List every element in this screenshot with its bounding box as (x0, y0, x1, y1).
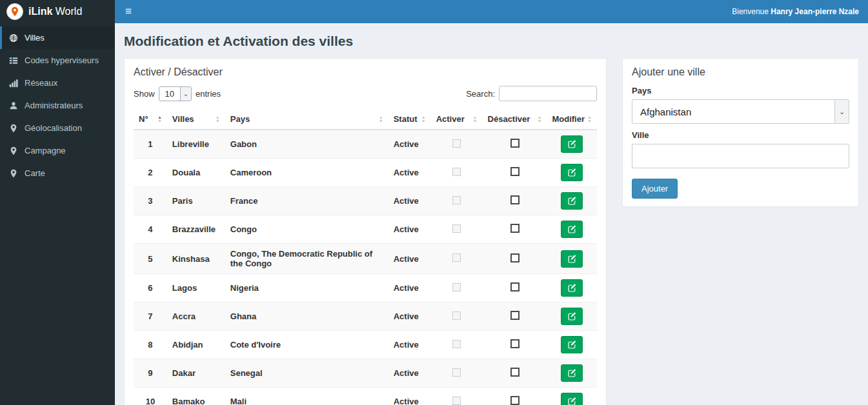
search-control: Search: (466, 86, 597, 101)
sidebar-item-administrateurs[interactable]: Administrateurs (0, 94, 115, 117)
pays-select[interactable]: Afghanistan ⌄ (632, 99, 849, 124)
cell-ville: Abidjan (167, 331, 225, 359)
sidebar-item-geolocalisation[interactable]: Géolocalisation (0, 117, 115, 139)
globe-icon (9, 34, 18, 43)
row-number: 4 (134, 215, 167, 244)
sidebar-item-label: Géolocalisation (25, 123, 82, 133)
edit-icon (568, 197, 576, 205)
page-title: Modification et Activation des villes (124, 34, 859, 49)
row-number: 5 (134, 244, 167, 274)
modifier-button[interactable] (561, 192, 583, 210)
brand: iLink World (0, 0, 115, 23)
table-row: 5 Kinshasa Congo, The Democratic Republi… (134, 244, 597, 274)
add-ville-panel: Ajouter une ville Pays Afghanistan ⌄ Vil… (622, 58, 859, 207)
main-content: Modification et Activation des villes Ac… (115, 23, 868, 405)
cell-statut: Active (389, 159, 431, 187)
cell-pays: Cote d'Ivoire (225, 331, 389, 359)
ville-input[interactable] (632, 144, 849, 168)
villes-table: N°▲▼ Villes▲▼ Pays▲▼ Statut▲▼ Activer▲▼ … (134, 109, 597, 405)
top-header: iLink World ≡ Bienvenue Hanry Jean-pierr… (0, 0, 868, 23)
search-label: Search: (466, 89, 495, 99)
activer-checkbox (452, 196, 461, 204)
sidebar-item-reseaux[interactable]: Réseaux (0, 72, 115, 94)
desactiver-checkbox[interactable] (510, 139, 520, 148)
table-header-row: N°▲▼ Villes▲▼ Pays▲▼ Statut▲▼ Activer▲▼ … (134, 109, 597, 130)
cell-pays: Mali (225, 388, 389, 405)
desactiver-checkbox[interactable] (510, 253, 520, 262)
cell-ville: Libreville (167, 130, 225, 159)
map-marker-icon (9, 124, 18, 133)
cell-pays: France (225, 187, 389, 215)
row-number: 7 (134, 302, 167, 331)
modifier-button[interactable] (561, 135, 583, 153)
sidebar-item-codes-hyperviseurs[interactable]: Codes hyperviseurs (0, 49, 115, 72)
modifier-button[interactable] (561, 221, 583, 238)
app-logo (6, 3, 23, 20)
cell-statut: Active (389, 274, 431, 302)
modifier-button[interactable] (561, 250, 583, 268)
desactiver-checkbox[interactable] (510, 167, 520, 176)
cell-statut: Active (389, 302, 431, 331)
ajouter-button[interactable]: Ajouter (632, 179, 678, 199)
desactiver-checkbox[interactable] (510, 311, 520, 320)
column-header-desactiver[interactable]: Désactiver▲▼ (483, 109, 547, 130)
cell-statut: Active (389, 130, 431, 159)
row-number: 10 (134, 388, 167, 405)
welcome-text: Bienvenue Hanry Jean-pierre Nzale (732, 7, 868, 16)
cell-ville: Dakar (167, 359, 225, 388)
app-title-rest: World (52, 6, 82, 17)
cell-pays: Nigeria (225, 274, 389, 302)
edit-icon (568, 284, 576, 292)
desactiver-checkbox[interactable] (510, 282, 520, 291)
modifier-button[interactable] (561, 393, 583, 405)
modifier-button[interactable] (561, 336, 583, 353)
sidebar-item-label: Villes (25, 33, 45, 43)
activer-checkbox (452, 368, 461, 377)
search-input[interactable] (499, 86, 597, 101)
modifier-button[interactable] (561, 164, 583, 181)
row-number: 9 (134, 359, 167, 388)
sort-icon: ▲▼ (157, 115, 162, 123)
page-length-control: Show 10 ⌄ entries (134, 86, 221, 101)
column-header-activer[interactable]: Activer▲▼ (431, 109, 483, 130)
sort-icon: ▲▼ (421, 115, 426, 123)
desactiver-checkbox[interactable] (510, 195, 520, 204)
activer-checkbox (452, 168, 461, 176)
desactiver-checkbox[interactable] (510, 339, 520, 348)
sidebar-item-carte[interactable]: Carte (0, 162, 115, 184)
table-row: 6 Lagos Nigeria Active (134, 274, 597, 302)
chevron-down-icon: ⌄ (834, 100, 849, 123)
sidebar-item-villes[interactable]: Villes (0, 26, 115, 49)
list-icon (9, 56, 18, 65)
activer-checkbox (452, 340, 461, 348)
modifier-button[interactable] (561, 308, 583, 325)
cell-ville: Kinshasa (167, 244, 225, 274)
desactiver-checkbox[interactable] (510, 368, 520, 377)
column-header-statut[interactable]: Statut▲▼ (389, 109, 431, 130)
sidebar-item-label: Administrateurs (25, 101, 83, 110)
desactiver-checkbox[interactable] (510, 224, 520, 233)
modifier-button[interactable] (561, 364, 583, 382)
app-title-bold: iLink (28, 6, 52, 17)
sort-icon: ▲▼ (587, 115, 592, 123)
page-length-value: 10 (159, 87, 180, 101)
sidebar-toggle-icon[interactable]: ≡ (115, 0, 142, 23)
sidebar-item-label: Codes hyperviseurs (25, 55, 99, 65)
column-header-pays[interactable]: Pays▲▼ (225, 109, 389, 130)
desactiver-checkbox[interactable] (510, 396, 520, 405)
column-header-modifier[interactable]: Modifier▲▼ (547, 109, 597, 130)
cell-statut: Active (389, 215, 431, 244)
column-header-num[interactable]: N°▲▼ (134, 109, 167, 130)
activer-checkbox (452, 253, 461, 262)
sidebar-item-campagne[interactable]: Campagne (0, 139, 115, 162)
page-length-select[interactable]: 10 ⌄ (159, 86, 192, 101)
activer-checkbox (452, 139, 461, 148)
bar-chart-icon (9, 79, 18, 88)
show-label: Show (134, 89, 155, 99)
column-header-villes[interactable]: Villes▲▼ (167, 109, 225, 130)
activer-checkbox (452, 397, 461, 405)
cell-ville: Accra (167, 302, 225, 331)
modifier-button[interactable] (561, 279, 583, 297)
villes-table-panel: Activer / Désactiver Show 10 ⌄ entries S… (124, 58, 607, 405)
welcome-prefix: Bienvenue (732, 7, 771, 16)
